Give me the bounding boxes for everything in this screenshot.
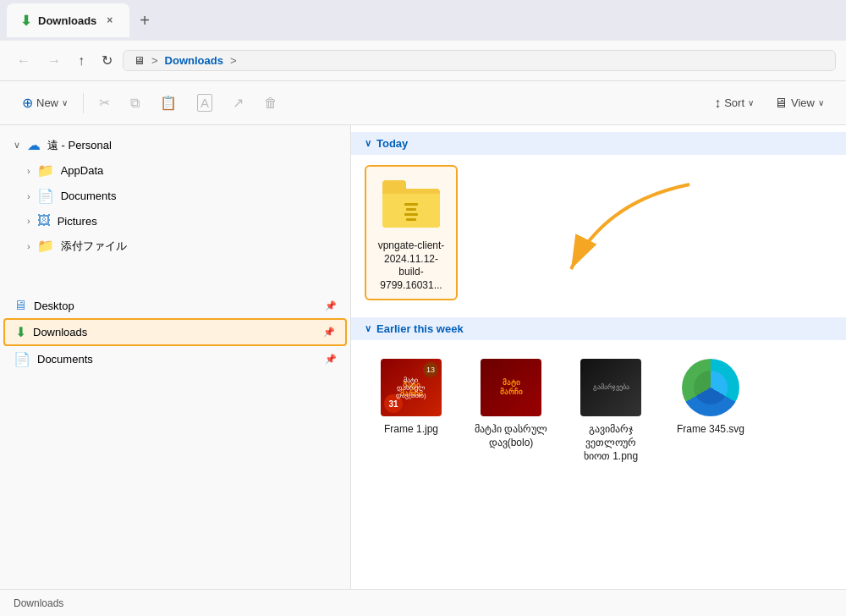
file-item-frame345[interactable]: Frame 345.svg — [664, 350, 757, 470]
pin-icon: 📌 — [323, 327, 335, 338]
new-label: New — [36, 96, 58, 109]
zip-line — [406, 218, 416, 221]
new-dropdown-icon: ∨ — [62, 98, 68, 107]
pin-icon: 📌 — [325, 354, 337, 365]
download-icon: ⬇ — [15, 324, 26, 340]
nav-bar: ← → ↑ ↻ 🖥 > Downloads > — [0, 41, 846, 81]
file-item-vpngate[interactable]: vpngate-client-2024.11.12-build-9799.160… — [365, 165, 458, 300]
folder-tab — [382, 180, 406, 190]
chevron-right-icon: › — [27, 191, 30, 201]
cloud-icon: ☁ — [27, 137, 41, 153]
main-layout: ∨ ☁ 遠 - Personal › 📁 AppData › 📄 Documen… — [0, 125, 846, 589]
share-icon: ↗ — [233, 95, 244, 111]
share-button[interactable]: ↗ — [224, 90, 252, 116]
edge-inner — [694, 371, 728, 404]
sidebar-item-desktop[interactable]: 🖥 Desktop 📌 — [3, 294, 347, 317]
address-bar[interactable]: 🖥 > Downloads > — [123, 50, 836, 71]
today-chevron-icon: ∨ — [365, 138, 371, 149]
forward-button[interactable]: → — [41, 48, 68, 74]
desktop-icon: 🖥 — [14, 298, 27, 313]
thumbnail-gavimarch: გამარჯვება — [580, 359, 641, 416]
location-label: Downloads — [165, 54, 223, 67]
paste-button[interactable]: 📋 — [151, 90, 185, 116]
refresh-button[interactable]: ↻ — [95, 47, 119, 74]
sort-label: Sort — [724, 96, 744, 109]
file-icon-gavimarch: გამარჯვება — [580, 357, 641, 418]
download-tab-icon: ⬇ — [20, 13, 31, 29]
chevron-right-icon: › — [27, 241, 30, 251]
document-icon: 📄 — [14, 351, 30, 367]
earlier-section-header[interactable]: ∨ Earlier this week — [351, 317, 846, 340]
breadcrumb-sep-1: > — [151, 54, 158, 67]
view-icon: 🖥 — [774, 96, 788, 111]
sidebar-item-label: Documents — [61, 190, 117, 202]
document-icon: 📄 — [37, 188, 54, 204]
sidebar-item-appdata[interactable]: › 📁 AppData — [3, 158, 347, 183]
file-name-gavimarch: გავიმარჯ ვეთლოურ ხიოთ 1.png — [571, 423, 651, 463]
copy-icon: ⧉ — [130, 96, 140, 111]
sidebar-item-label: AppData — [61, 164, 104, 177]
earlier-label: Earlier this week — [376, 322, 464, 335]
sidebar-item-documents[interactable]: › 📄 Documents — [3, 184, 347, 208]
file-name-frame1: Frame 1.jpg — [384, 423, 438, 437]
sidebar-item-label: Documents — [37, 353, 93, 366]
file-icon-mathi: მატიმარჩი — [481, 357, 541, 418]
zip-line — [404, 203, 418, 206]
sort-icon: ↕ — [714, 96, 721, 111]
title-bar: ⬇ Downloads × + — [0, 0, 846, 41]
active-tab[interactable]: ⬇ Downloads × — [7, 3, 129, 37]
zip-line — [404, 213, 418, 216]
file-name-mathi: მატჰი დასრულ დავ(bolo) — [471, 423, 551, 449]
chevron-right-icon: › — [27, 166, 30, 176]
file-icon-frame1: 31 13 მატიმარჩი — [381, 357, 442, 418]
new-button[interactable]: ⊕ New ∨ — [14, 90, 76, 116]
view-label: View — [791, 96, 815, 109]
new-tab-button[interactable]: + — [133, 8, 157, 34]
sidebar-item-label: Desktop — [34, 300, 74, 312]
rename-icon: A — [197, 94, 212, 112]
file-name-frame345: Frame 345.svg — [677, 423, 744, 437]
zip-folder-icon — [382, 180, 440, 228]
up-button[interactable]: ↑ — [71, 48, 91, 74]
tab-close-button[interactable]: × — [103, 13, 116, 28]
earlier-chevron-icon: ∨ — [365, 323, 371, 334]
zip-lines — [404, 203, 418, 221]
sidebar-item-downloads[interactable]: ⬇ Downloads 📌 — [3, 318, 347, 346]
cut-button[interactable]: ✂ — [91, 90, 118, 116]
sidebar-item-label: 遠 - Personal — [47, 138, 112, 153]
file-icon-frame345 — [680, 357, 741, 418]
breadcrumb-sep-2: > — [230, 54, 237, 67]
thumbnail-mathi: მატიმარჩი — [481, 359, 541, 416]
sidebar-item-documents2[interactable]: 📄 Documents 📌 — [3, 347, 347, 371]
chevron-right-icon: › — [27, 216, 30, 226]
sidebar: ∨ ☁ 遠 - Personal › 📁 AppData › 📄 Documen… — [0, 125, 351, 589]
earlier-files-grid: 31 13 მატიმარჩი Frame 1.jpg მატიმარჩი მა… — [365, 340, 832, 480]
rename-button[interactable]: A — [189, 89, 221, 117]
thumbnail-frame345 — [682, 359, 739, 416]
toolbar: ⊕ New ∨ ✂ ⧉ 📋 A ↗ 🗑 ↕ Sort ∨ 🖥 View ∨ — [0, 81, 846, 125]
sidebar-item-label: Pictures — [58, 215, 97, 228]
view-dropdown-icon: ∨ — [818, 98, 824, 107]
separator-1 — [83, 93, 84, 113]
zip-line — [406, 208, 416, 211]
sidebar-item-label: 添付ファイル — [61, 239, 127, 254]
back-button[interactable]: ← — [10, 48, 37, 74]
sidebar-item-personal[interactable]: ∨ ☁ 遠 - Personal — [3, 133, 347, 157]
delete-icon: 🗑 — [264, 96, 277, 111]
sidebar-item-pictures[interactable]: › 🖼 Pictures — [3, 209, 347, 233]
pin-icon: 📌 — [325, 300, 337, 311]
file-item-gavimarch[interactable]: გამარჯვება გავიმარჯ ვეთლოურ ხიოთ 1.png — [564, 350, 657, 470]
sidebar-item-attachments[interactable]: › 📁 添付ファイル — [3, 234, 347, 258]
view-button[interactable]: 🖥 View ∨ — [766, 91, 832, 116]
file-item-frame1[interactable]: 31 13 მატიმარჩი Frame 1.jpg — [365, 350, 458, 470]
delete-button[interactable]: 🗑 — [255, 91, 286, 116]
file-icon-vpngate — [381, 173, 442, 234]
content-area: ∨ Today — [351, 125, 846, 589]
file-item-mathi[interactable]: მატიმარჩი მატჰი დასრულ დავ(bolo) — [464, 350, 558, 470]
status-text: Downloads — [14, 597, 63, 609]
paste-icon: 📋 — [160, 95, 177, 111]
copy-button[interactable]: ⧉ — [122, 91, 148, 116]
sort-button[interactable]: ↕ Sort ∨ — [706, 91, 762, 116]
today-section-header[interactable]: ∨ Today — [351, 132, 846, 155]
thumbnail-frame1: 31 13 მატიმარჩი — [381, 359, 442, 416]
